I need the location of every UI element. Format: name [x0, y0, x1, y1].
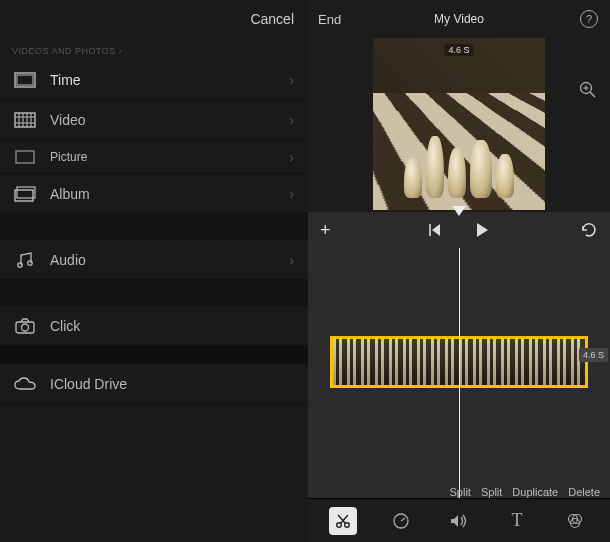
- volume-tool-icon[interactable]: [445, 507, 473, 535]
- menu-label: Picture: [50, 150, 275, 164]
- menu-item-album[interactable]: Album ›: [0, 174, 308, 214]
- skip-back-button[interactable]: [428, 223, 442, 237]
- add-media-button[interactable]: +: [320, 220, 331, 241]
- music-icon: [14, 251, 36, 269]
- svg-rect-2: [15, 113, 35, 127]
- svg-rect-10: [15, 190, 33, 201]
- divider: [0, 214, 308, 240]
- media-sidebar: Cancel VIDEOS AND PHOTOS › Time › Video …: [0, 0, 308, 542]
- chevron-right-icon: ›: [289, 72, 294, 88]
- cancel-button[interactable]: Cancel: [250, 11, 294, 27]
- filter-tool-icon[interactable]: [561, 507, 589, 535]
- menu-item-time[interactable]: Time ›: [0, 60, 308, 100]
- menu-item-video[interactable]: Video ›: [0, 100, 308, 140]
- svg-line-17: [590, 92, 595, 97]
- editor-panel: End My Video ? 4.6 S +: [308, 0, 610, 542]
- chevron-right-icon: ›: [289, 186, 294, 202]
- video-preview[interactable]: 4.6 S: [308, 38, 610, 212]
- preview-duration-badge: 4.6 S: [444, 44, 473, 56]
- svg-rect-11: [17, 187, 35, 198]
- split-button-2[interactable]: Split: [481, 486, 502, 498]
- play-button[interactable]: [474, 222, 490, 238]
- playhead-marker-icon: [452, 206, 466, 216]
- menu-label: Audio: [50, 252, 275, 268]
- delete-button[interactable]: Delete: [568, 486, 600, 498]
- menu-label: ICloud Drive: [50, 376, 294, 392]
- svg-rect-9: [16, 151, 34, 163]
- tool-bar: T: [308, 498, 610, 542]
- done-button[interactable]: End: [318, 12, 341, 27]
- chevron-right-icon: ›: [289, 149, 294, 165]
- menu-label: Click: [50, 318, 294, 334]
- section-header-videos-photos: VIDEOS AND PHOTOS ›: [0, 38, 308, 60]
- film-icon: [14, 112, 36, 128]
- preview-frame: 4.6 S: [373, 38, 545, 210]
- picture-icon: [14, 150, 36, 164]
- divider: [0, 346, 308, 364]
- editor-top-bar: End My Video ?: [308, 0, 610, 38]
- playback-controls: +: [308, 212, 610, 248]
- camera-icon: [14, 318, 36, 334]
- menu-label: Time: [50, 72, 275, 88]
- svg-line-26: [401, 518, 405, 521]
- chevron-right-icon: ›: [289, 252, 294, 268]
- clip-actions: Split Split Duplicate Delete: [450, 486, 600, 498]
- duplicate-button[interactable]: Duplicate: [512, 486, 558, 498]
- svg-point-15: [22, 324, 29, 331]
- timeline[interactable]: 4.6 S Split Split Duplicate Delete T: [308, 248, 610, 542]
- cut-tool-icon[interactable]: [329, 507, 357, 535]
- split-button[interactable]: Split: [450, 486, 471, 498]
- cloud-icon: [14, 377, 36, 391]
- speed-tool-icon[interactable]: [387, 507, 415, 535]
- svg-rect-1: [17, 75, 33, 85]
- clip-duration-badge: 4.6 S: [579, 348, 608, 362]
- zoom-icon[interactable]: [578, 80, 598, 100]
- menu-item-picture[interactable]: Picture ›: [0, 140, 308, 174]
- help-icon[interactable]: ?: [580, 10, 598, 28]
- divider: [0, 280, 308, 306]
- album-icon: [14, 186, 36, 202]
- time-icon: [14, 72, 36, 88]
- menu-label: Album: [50, 186, 275, 202]
- menu-item-icloud[interactable]: ICloud Drive: [0, 364, 308, 404]
- menu-label: Video: [50, 112, 275, 128]
- chevron-right-icon: ›: [289, 112, 294, 128]
- menu-item-camera[interactable]: Click: [0, 306, 308, 346]
- menu-item-audio[interactable]: Audio ›: [0, 240, 308, 280]
- undo-button[interactable]: [580, 222, 598, 238]
- project-title: My Video: [434, 12, 484, 26]
- text-tool-icon[interactable]: T: [503, 507, 531, 535]
